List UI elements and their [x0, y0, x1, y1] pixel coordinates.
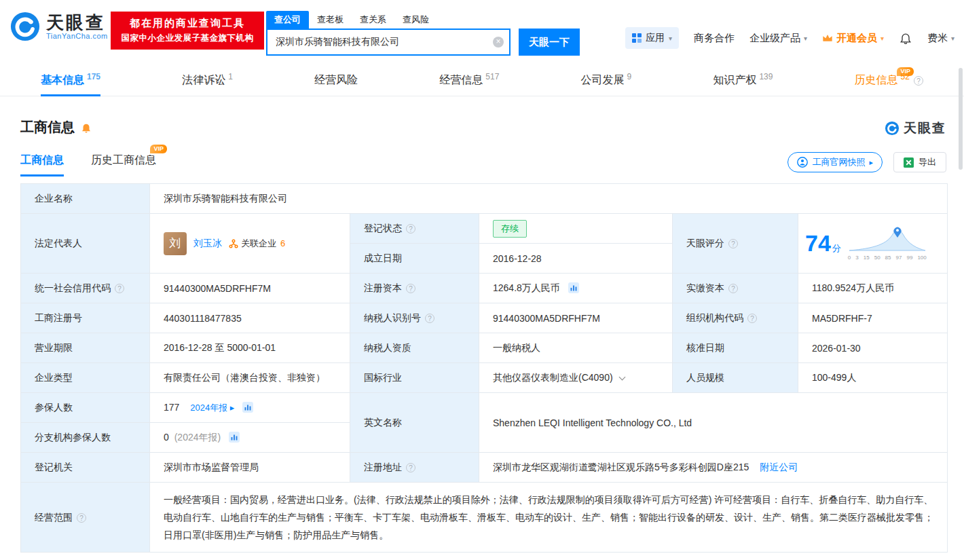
legal-rep-avatar[interactable]: 刘 [164, 232, 187, 255]
reg-capital-cell: 1264.8万人民币 [479, 274, 673, 303]
help-icon[interactable]: ? [115, 284, 124, 293]
tab-label: 基本信息 [41, 73, 84, 88]
search-tab-risk[interactable]: 查风险 [394, 11, 437, 29]
search-input-wrap: × [266, 29, 511, 56]
vip-badge: VIP [150, 145, 167, 153]
related-companies-link[interactable]: 关联企业 6 [229, 238, 285, 250]
insured-chart-icon[interactable] [242, 402, 253, 413]
reg-number-label: 工商注册号 [21, 303, 150, 333]
approval-date-label: 核准日期 [673, 333, 798, 363]
enterprise-product-menu[interactable]: 企业级产品 ▾ [749, 32, 807, 45]
row-reg-number: 工商注册号 440301118477835 纳税人识别号? 91440300MA… [21, 303, 948, 333]
legal-rep-link[interactable]: 刘玉冰 [193, 238, 222, 250]
tab-count: 139 [759, 72, 773, 81]
legal-rep-label: 法定代表人 [21, 214, 150, 274]
row-credit-code: 统一社会信用代码? 91440300MA5DRFHF7M 注册资本? 1264.… [21, 274, 948, 303]
scrollbar[interactable] [959, 68, 963, 170]
tianyancha-logo-icon [10, 11, 41, 42]
help-icon[interactable]: ? [425, 314, 434, 323]
reg-status-label: 登记状态? [350, 214, 479, 244]
row-legal-rep: 法定代表人 刘 刘玉冰 关联企业 6 登记状态? [21, 214, 948, 244]
english-name-value: Shenzhen LEQI Intelligent Technology CO.… [479, 393, 948, 453]
tab-count: 1 [228, 72, 233, 81]
user-menu[interactable]: 费米 ▾ [927, 32, 954, 45]
search-tab-relation[interactable]: 查关系 [352, 11, 394, 29]
help-icon[interactable]: ? [728, 284, 738, 293]
tab-intellectual-property[interactable]: 知识产权 139 [713, 65, 773, 96]
promo-banner: 都在用的商业查询工具 国家中小企业发展子基金旗下机构 [111, 12, 264, 50]
tab-count: 52 [901, 72, 910, 81]
vip-upgrade-menu[interactable]: 开通会员 ▾ [822, 32, 884, 45]
help-icon[interactable]: ? [914, 76, 923, 86]
tab-count: 9 [627, 72, 632, 81]
subtabs: 工商信息 VIP 历史工商信息 [20, 153, 156, 176]
apps-menu[interactable]: 应用 ▾ [625, 27, 679, 49]
business-term-value: 2016-12-28 至 5000-01-01 [150, 333, 350, 363]
tianyancha-watermark-icon [885, 121, 900, 136]
tianyancha-logo[interactable]: 天眼查 TianYanCha.com [10, 11, 108, 42]
help-icon[interactable]: ? [728, 239, 738, 248]
reg-number-value: 440301118477835 [150, 303, 350, 333]
business-scope-label: 经营范围? [21, 483, 150, 553]
annual-report-link[interactable]: 2024年报 ▸ [190, 403, 234, 413]
search-tab-company[interactable]: 查公司 [266, 11, 309, 29]
biz-coop-label: 商务合作 [694, 32, 735, 45]
snapshot-person-icon [797, 157, 808, 168]
capital-chart-icon[interactable] [568, 282, 579, 293]
tab-count: 175 [87, 72, 100, 81]
branch-insured-cell: 0 (2024年报) [150, 423, 350, 453]
chevron-down-icon[interactable] [618, 373, 625, 380]
help-icon[interactable]: ? [747, 314, 757, 323]
reg-authority-value: 深圳市市场监督管理局 [150, 453, 350, 483]
biz-coop-link[interactable]: 商务合作 [694, 32, 735, 45]
tab-label: 法律诉讼 [182, 73, 225, 88]
paid-capital-value: 1180.9524万人民币 [798, 274, 948, 303]
reg-address-label: 注册地址? [350, 453, 479, 483]
industry-label: 国标行业 [350, 363, 479, 393]
official-snapshot-button[interactable]: 工商官网快照 ▸ [787, 152, 883, 172]
section-title: 工商信息 [20, 118, 75, 136]
subtab-business-info[interactable]: 工商信息 [20, 153, 64, 176]
caret-down-icon: ▾ [880, 35, 884, 42]
subtab-history-business-info[interactable]: VIP 历史工商信息 [91, 153, 156, 176]
help-icon[interactable]: ? [77, 513, 86, 523]
tab-label: 知识产权 [713, 73, 756, 88]
tab-legal-proceedings[interactable]: 法律诉讼 1 [182, 65, 233, 96]
tab-operating-risk[interactable]: 经营风险 [314, 65, 358, 96]
search-tab-boss[interactable]: 查老板 [309, 11, 352, 29]
subscribe-bell-icon[interactable] [80, 122, 92, 134]
tab-company-development[interactable]: 公司发展 9 [581, 65, 632, 96]
brand-name: 天眼查 [46, 13, 108, 33]
score-axis-ticks: 03 1550 8597 99100 [848, 255, 927, 261]
header-right-nav: 应用 ▾ 商务合作 企业级产品 ▾ 开通会员 ▾ [625, 27, 954, 49]
taxpayer-quality-label: 纳税人资质 [350, 333, 479, 363]
notification-bell[interactable] [899, 31, 912, 45]
tab-label: 历史信息 [855, 73, 898, 88]
export-button[interactable]: 导出 [893, 152, 946, 172]
clear-search-icon[interactable]: × [493, 37, 504, 48]
row-insured: 参保人数 177 2024年报 ▸ 英文名称 Shenzhen LEQI Int… [21, 393, 948, 423]
staff-size-label: 人员规模 [673, 363, 798, 393]
tianyancha-watermark-text: 天眼查 [904, 119, 946, 137]
business-scope-value: 一般经营项目：国内贸易，经营进出口业务。(法律、行政法规禁止的项目除外；法律、行… [150, 483, 948, 553]
help-icon[interactable]: ? [406, 224, 415, 234]
insured-label: 参保人数 [21, 393, 150, 423]
nearby-companies-link[interactable]: 附近公司 [760, 462, 798, 472]
search-input[interactable] [266, 29, 511, 56]
search-area: 查公司 查老板 查关系 查风险 × 天眼一下 [266, 11, 580, 56]
score-curve-chart: 03 1550 8597 99100 [848, 226, 927, 261]
help-icon[interactable]: ? [406, 463, 415, 472]
tab-basic-info[interactable]: 基本信息 175 [41, 65, 100, 96]
industry-cell: 其他仪器仪表制造业(C4090) [479, 363, 673, 393]
tab-history-info[interactable]: VIP 历史信息 52 ? [855, 65, 923, 96]
establish-date-value: 2016-12-28 [479, 244, 673, 274]
search-tabs: 查公司 查老板 查关系 查风险 [266, 11, 580, 29]
tab-operating-info[interactable]: 经营信息 517 [439, 65, 499, 96]
status-badge: 存续 [493, 220, 527, 238]
approval-date-value: 2026-01-30 [798, 333, 948, 363]
org-code-value: MA5DRFHF-7 [798, 303, 948, 333]
help-icon[interactable]: ? [406, 284, 415, 293]
english-name-label: 英文名称 [350, 393, 479, 453]
branch-insured-chart-icon[interactable] [229, 432, 240, 443]
search-button[interactable]: 天眼一下 [519, 29, 580, 56]
